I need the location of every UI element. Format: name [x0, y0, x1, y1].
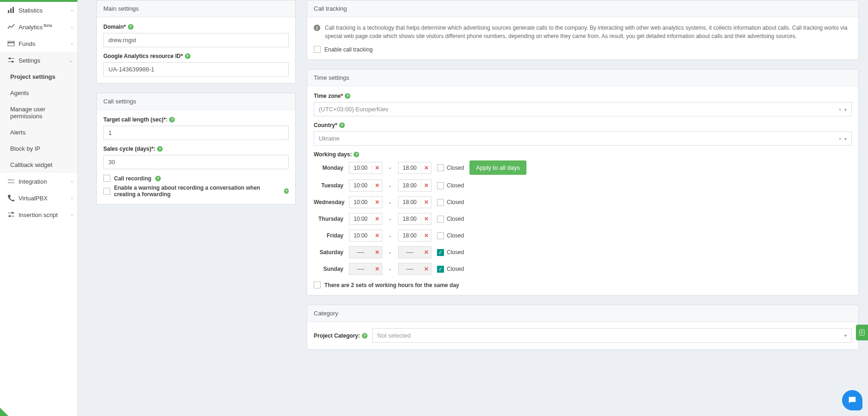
svg-point-8 [12, 61, 13, 63]
phone-icon [7, 194, 15, 202]
help-icon[interactable]: ? [362, 333, 367, 339]
corner-decoration [0, 408, 8, 416]
call-recording-checkbox[interactable] [103, 175, 110, 182]
clear-icon[interactable]: ✕ [421, 213, 431, 224]
day-row: Wednesday10:00✕-18:00✕Closed [314, 196, 852, 208]
main-content: Main settings Domain*? Google Analytics … [78, 0, 868, 416]
time-from[interactable]: 10:00✕ [349, 196, 382, 208]
day-row: Friday10:00✕-18:00✕Closed [314, 230, 852, 242]
svg-rect-3 [8, 41, 14, 46]
nav-integration[interactable]: Integration ‹ [0, 173, 77, 190]
clear-icon[interactable]: ✕ [421, 197, 431, 208]
sub-block-ip[interactable]: Block by IP [0, 141, 77, 157]
day-row: Sunday----✕-----✕✓Closed [314, 263, 852, 275]
two-sets-label: There are 2 sets of working hours for th… [324, 282, 459, 288]
closed-checkbox[interactable] [437, 199, 444, 206]
nav-insertion[interactable]: Insertion script ‹ [0, 206, 77, 223]
notes-fab[interactable] [856, 325, 868, 340]
sub-agents[interactable]: Agents [0, 85, 77, 101]
help-icon[interactable]: ? [345, 93, 350, 99]
call-tracking-info: Call tracking is a technology that helps… [325, 24, 852, 40]
clear-icon[interactable]: ✕ [372, 162, 382, 173]
time-from[interactable]: 10:00✕ [349, 162, 382, 174]
nav-statistics[interactable]: Statistics ‹ [0, 2, 77, 19]
chevron-down-icon: ▾ [844, 136, 847, 141]
target-length-input[interactable] [103, 126, 289, 140]
info-icon: i [314, 25, 320, 31]
clear-icon[interactable]: ✕ [372, 247, 382, 258]
nav-label: Insertion script [19, 211, 71, 218]
time-to[interactable]: ----✕ [398, 263, 431, 275]
day-name: Monday [314, 165, 343, 171]
nav-analytics[interactable]: AnalyticsBeta ‹ [0, 19, 77, 35]
domain-input[interactable] [103, 33, 289, 47]
target-length-label: Target call length (sec)*:? [103, 116, 289, 123]
time-from[interactable]: 10:00✕ [349, 179, 382, 192]
bar-chart-icon [7, 6, 15, 14]
clear-icon[interactable]: ✕ [421, 230, 431, 241]
help-icon[interactable]: ? [339, 122, 345, 128]
help-icon[interactable]: ? [128, 24, 133, 30]
country-label: Country*? [314, 122, 852, 128]
svg-rect-2 [13, 7, 14, 13]
sub-permissions[interactable]: Manage user permissions [0, 101, 77, 124]
chevron-down-icon: ⌄ [69, 58, 73, 63]
settings-submenu: Project settings Agents Manage user perm… [0, 69, 77, 173]
domain-label: Domain*? [103, 24, 289, 30]
svg-rect-1 [10, 8, 12, 13]
sub-callback[interactable]: Callback widget [0, 157, 77, 173]
chevron-down-icon: ▾ [844, 107, 847, 112]
chevron-left-icon: ‹ [71, 8, 73, 13]
clear-icon[interactable]: ✕ [421, 247, 431, 258]
help-icon[interactable]: ? [284, 188, 289, 194]
closed-checkbox[interactable] [437, 232, 444, 239]
help-icon[interactable]: ? [185, 53, 190, 59]
nav-funds[interactable]: Funds ‹ [0, 35, 77, 52]
clear-icon: × [839, 136, 842, 141]
help-icon[interactable]: ? [157, 146, 163, 152]
closed-checkbox[interactable]: ✓ [437, 266, 444, 273]
time-to[interactable]: 18:00✕ [398, 230, 431, 242]
help-icon[interactable]: ? [169, 117, 175, 122]
closed-checkbox[interactable] [437, 164, 444, 171]
country-select[interactable]: Ukraine ×▾ [314, 131, 852, 146]
clear-icon[interactable]: ✕ [372, 213, 382, 224]
time-from[interactable]: 10:00✕ [349, 230, 382, 242]
svg-rect-0 [8, 10, 9, 13]
dash: - [388, 164, 393, 171]
time-to[interactable]: ----✕ [398, 246, 431, 258]
two-sets-checkbox[interactable] [314, 282, 321, 288]
enable-call-tracking-checkbox[interactable] [314, 46, 321, 53]
help-icon[interactable]: ? [354, 152, 359, 157]
time-from[interactable]: 10:00✕ [349, 213, 382, 225]
clear-icon[interactable]: ✕ [372, 180, 382, 191]
clear-icon[interactable]: ✕ [372, 230, 382, 241]
chat-fab[interactable] [842, 390, 862, 410]
sales-cycle-input[interactable] [103, 155, 289, 169]
category-panel: Category Project Category:? Not selected… [307, 305, 859, 350]
recording-warning-checkbox[interactable] [103, 188, 110, 195]
time-to[interactable]: 18:00✕ [398, 162, 431, 174]
nav-virtualpbx[interactable]: VirtualPBX ‹ [0, 190, 77, 206]
closed-checkbox[interactable]: ✓ [437, 249, 444, 256]
nav-settings[interactable]: Settings ⌄ [0, 52, 77, 69]
timezone-select[interactable]: (UTC+03:00) Europe/Kiev ×▾ [314, 102, 852, 116]
help-icon[interactable]: ? [155, 176, 161, 181]
clear-icon[interactable]: ✕ [421, 162, 431, 173]
time-to[interactable]: 18:00✕ [398, 179, 431, 192]
category-select[interactable]: Not selected ▾ [372, 328, 852, 343]
clear-icon[interactable]: ✕ [421, 180, 431, 191]
time-from[interactable]: ----✕ [349, 246, 382, 258]
closed-checkbox[interactable] [437, 182, 444, 189]
apply-all-button[interactable]: Apply to all days [469, 160, 526, 175]
clear-icon[interactable]: ✕ [372, 197, 382, 208]
ga-input[interactable] [103, 62, 289, 77]
time-to[interactable]: 18:00✕ [398, 196, 431, 208]
clear-icon[interactable]: ✕ [421, 263, 431, 275]
time-to[interactable]: 18:00✕ [398, 213, 431, 225]
sub-alerts[interactable]: Alerts [0, 124, 77, 141]
time-from[interactable]: ----✕ [349, 263, 382, 275]
sub-project-settings[interactable]: Project settings [0, 69, 77, 85]
clear-icon[interactable]: ✕ [372, 263, 382, 275]
closed-checkbox[interactable] [437, 216, 444, 223]
